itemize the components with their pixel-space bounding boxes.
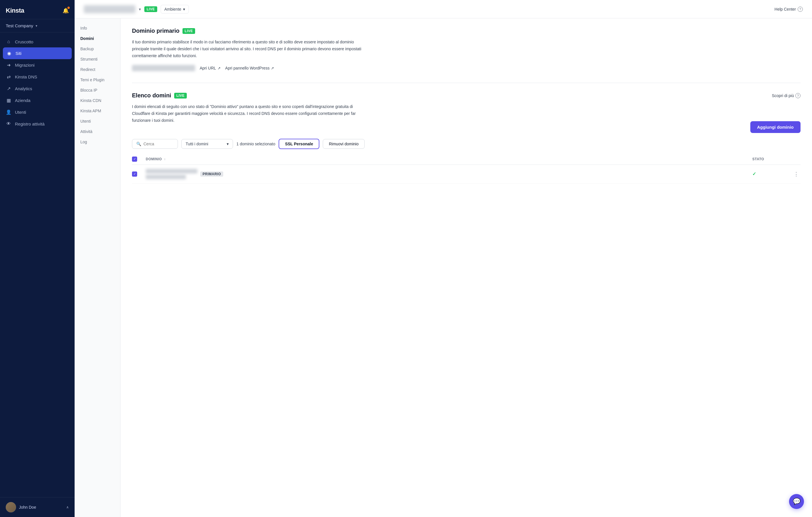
row-checkbox[interactable]: ✓ [132,171,137,176]
main-area: ▾ LIVE Ambiente ▾ Help Center ? Info Dom… [75,0,812,517]
sub-nav-kinsta-apm[interactable]: Kinsta APM [75,106,120,116]
sidebar-item-analytics[interactable]: ↗ Analytics [0,83,75,94]
sub-nav-temi-plugin[interactable]: Temi e Plugin [75,75,120,85]
search-box[interactable]: 🔍 [132,139,178,149]
domain-cell: Primario [146,169,748,179]
section-header: Dominio primario LIVE [132,28,801,34]
apri-url-link[interactable]: Apri URL ↗ [200,66,221,71]
apri-url-label: Apri URL [200,66,216,71]
chat-icon: 💬 [793,498,801,505]
logo: Kinsta [6,7,24,15]
search-icon: 🔍 [136,142,141,146]
external-link-icon: ↗ [271,66,274,71]
domain-filter-dropdown[interactable]: Tutti i domini ▾ [181,139,233,149]
sub-nav-kinsta-cdn[interactable]: Kinsta CDN [75,96,120,106]
sort-arrow-icon: ↑ [164,158,166,161]
row-actions-button[interactable]: ⋮ [791,170,801,179]
selected-count: 1 dominio selezionato [236,142,275,146]
domain-table: ✓ DOMINIO ↑ STATO ✓ [132,154,801,184]
sub-nav-utenti[interactable]: Utenti [75,116,120,126]
info-icon: ? [795,93,801,98]
company-name: Test Company [6,23,33,28]
dominio-primario-section: Dominio primario LIVE Il tuo dominio pri… [132,28,801,71]
home-icon: ⌂ [6,39,11,44]
company-icon: ▦ [6,98,11,103]
sidebar-item-utenti[interactable]: 👤 Utenti [0,106,75,118]
sub-nav-attivita[interactable]: Attività [75,126,120,137]
sidebar-item-registro[interactable]: 👁 Registro attività [0,118,75,130]
help-center-button[interactable]: Help Center ? [775,7,803,12]
sub-nav-blocca-ip[interactable]: Blocca IP [75,85,120,96]
filter-row: 🔍 Tutti i domini ▾ 1 dominio selezionato… [132,139,801,149]
domain-name-blurred-2 [146,174,186,179]
apri-wp-link[interactable]: Apri pannello WordPress ↗ [225,66,274,71]
sidebar-item-siti[interactable]: ◉ Siti [3,47,72,59]
chevron-down-icon: ▾ [36,24,37,28]
apri-wp-label: Apri pannello WordPress [225,66,270,71]
table-header: ✓ DOMINIO ↑ STATO [132,154,801,165]
sidebar-item-label: Migrazioni [15,63,34,67]
migration-icon: ➜ [6,62,11,68]
sub-nav-info[interactable]: Info [75,23,120,33]
section-divider [132,83,801,83]
rimuovi-dominio-button[interactable]: Rimuovi dominio [323,139,365,149]
sidebar-item-kinsta-dns[interactable]: ⇄ Kinsta DNS [0,71,75,83]
sidebar-item-label: Cruscotto [15,39,33,44]
notification-bell[interactable]: 🔔 [62,7,69,14]
aggiungi-dominio-button[interactable]: Aggiungi dominio [750,121,801,133]
avatar [6,502,16,512]
elenco-domini-title: Elenco domini [132,92,171,99]
domain-url-blurred [132,65,195,71]
live-badge: LIVE [144,6,157,12]
column-stato: STATO [752,157,787,161]
sidebar-item-label: Analytics [15,86,32,91]
sidebar: Kinsta 🔔 Test Company ▾ ⌂ Cruscotto ◉ Si… [0,0,75,517]
users-icon: 👤 [6,109,11,115]
scopri-label: Scopri di più [772,93,794,98]
select-all-checkbox[interactable]: ✓ [132,157,137,162]
content-area: Info Domini Backup Strumenti Redirect Te… [75,18,812,517]
dominio-primario-live-badge: LIVE [182,28,195,34]
site-name-blurred [84,5,136,13]
bell-dot [67,7,70,9]
ambiente-dropdown[interactable]: Ambiente ▾ [161,5,189,13]
sub-nav-strumenti[interactable]: Strumenti [75,54,120,64]
sidebar-item-label: Registro attività [15,121,45,126]
user-footer[interactable]: John Doe ∧ [0,497,75,517]
page-content: Dominio primario LIVE Il tuo dominio pri… [120,18,812,517]
actions-cell: ⋮ [791,170,801,179]
sub-nav-redirect[interactable]: Redirect [75,64,120,75]
table-row: ✓ Primario ✓ ⋮ [132,165,801,184]
ssl-personale-button[interactable]: SSL Personale [279,139,319,149]
elenco-domini-live-badge: LIVE [174,93,187,99]
sidebar-item-migrazioni[interactable]: ➜ Migrazioni [0,59,75,71]
sidebar-item-label: Azienda [15,98,30,103]
topbar-chevron-icon[interactable]: ▾ [139,7,141,11]
ambiente-label: Ambiente [165,7,181,11]
company-selector[interactable]: Test Company ▾ [0,19,75,32]
chevron-up-icon: ∧ [66,505,69,509]
elenco-domini-header-left: Elenco domini LIVE [132,92,187,99]
sidebar-item-azienda[interactable]: ▦ Azienda [0,94,75,106]
chevron-down-icon: ▾ [183,7,185,11]
sidebar-item-cruscotto[interactable]: ⌂ Cruscotto [0,36,75,47]
help-center-label: Help Center [775,7,796,11]
sub-nav-backup[interactable]: Backup [75,44,120,54]
user-name: John Doe [19,505,63,510]
sub-nav-log[interactable]: Log [75,137,120,147]
domain-name-blurred [146,169,197,173]
dominio-primario-row: Apri URL ↗ Apri pannello WordPress ↗ [132,65,801,71]
search-input[interactable] [143,142,174,146]
sub-nav-domini[interactable]: Domini [75,33,120,44]
sites-icon: ◉ [6,51,12,56]
chat-button[interactable]: 💬 [789,494,804,509]
analytics-icon: ↗ [6,86,11,91]
column-domain: DOMINIO ↑ [146,157,748,161]
stato-cell: ✓ [752,171,787,176]
scopri-di-piu-link[interactable]: Scopri di più ? [772,93,801,98]
sidebar-item-label: Kinsta DNS [15,74,37,79]
topbar: ▾ LIVE Ambiente ▾ Help Center ? [75,0,812,18]
chevron-down-icon: ▾ [227,142,229,146]
main-nav: ⌂ Cruscotto ◉ Siti ➜ Migrazioni ⇄ Kinsta… [0,32,75,497]
dominio-primario-title: Dominio primario [132,28,180,34]
